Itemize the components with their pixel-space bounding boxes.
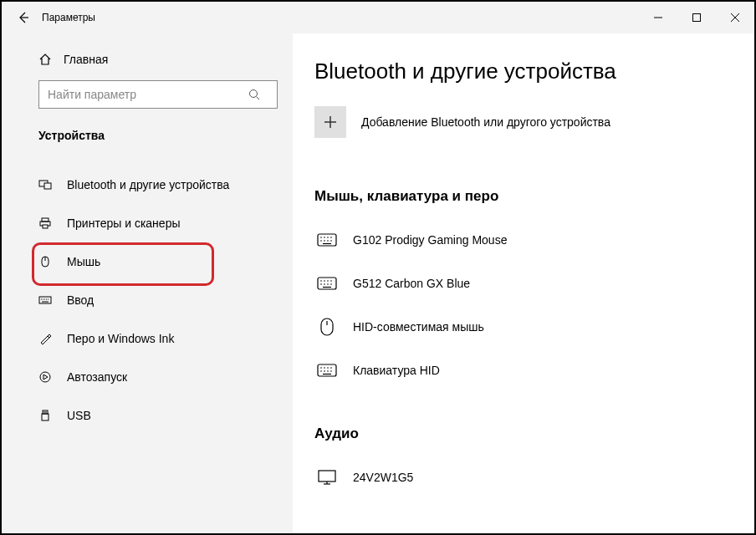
sidebar-item-typing[interactable]: Ввод <box>38 281 278 319</box>
svg-rect-8 <box>42 218 49 222</box>
keyboard-icon <box>314 364 340 377</box>
svg-point-35 <box>330 240 332 242</box>
search-box[interactable] <box>38 80 278 109</box>
autoplay-icon <box>38 370 59 384</box>
sidebar-item-printers[interactable]: Принтеры и сканеры <box>38 204 278 242</box>
svg-point-41 <box>330 280 332 282</box>
device-row[interactable]: Клавиатура HID <box>314 349 733 392</box>
svg-point-39 <box>324 280 325 282</box>
app-title: Параметры <box>42 12 95 23</box>
sidebar: Главная Устройства Bluetooth и другие ус… <box>2 33 293 533</box>
main-content: Bluetooth и другие устройства Добавление… <box>293 33 754 533</box>
home-nav[interactable]: Главная <box>38 38 278 80</box>
keyboard-icon <box>314 233 340 247</box>
mouse-icon <box>38 255 59 268</box>
svg-rect-21 <box>43 410 48 414</box>
svg-point-32 <box>320 240 322 242</box>
printer-icon <box>38 217 59 230</box>
svg-point-31 <box>330 237 332 238</box>
svg-point-30 <box>327 237 329 238</box>
arrow-left-icon <box>17 11 30 24</box>
svg-point-52 <box>327 367 329 369</box>
svg-rect-13 <box>39 297 51 303</box>
window-controls <box>639 2 754 33</box>
svg-point-40 <box>327 280 329 282</box>
sidebar-item-label: Автозапуск <box>67 370 127 384</box>
svg-point-42 <box>320 283 322 285</box>
svg-rect-59 <box>319 471 335 482</box>
svg-point-54 <box>320 370 322 372</box>
device-row[interactable]: HID-совместимая мышь <box>314 305 733 349</box>
svg-point-50 <box>320 367 322 369</box>
svg-rect-1 <box>693 14 701 22</box>
sidebar-item-label: Bluetooth и другие устройства <box>67 178 229 191</box>
device-label: 24V2W1G5 <box>353 471 413 484</box>
close-icon <box>731 13 739 22</box>
page-title: Bluetooth и другие устройства <box>314 59 733 84</box>
svg-point-55 <box>324 370 325 372</box>
minimize-icon <box>654 13 662 22</box>
sidebar-item-label: Мышь <box>67 255 100 268</box>
search-icon <box>248 89 277 100</box>
svg-rect-10 <box>43 225 48 228</box>
sidebar-item-pen[interactable]: Перо и Windows Ink <box>38 319 278 358</box>
svg-point-34 <box>327 240 329 242</box>
maximize-icon <box>692 13 701 22</box>
sidebar-item-usb[interactable]: USB <box>38 396 278 435</box>
device-label: G102 Prodigy Gaming Mouse <box>353 233 507 247</box>
section-label: Устройства <box>38 129 278 142</box>
add-device-button[interactable]: Добавление Bluetooth или другого устройс… <box>314 106 733 138</box>
usb-icon <box>38 409 59 422</box>
group-heading-input: Мышь, клавиатура и перо <box>314 188 733 205</box>
sidebar-item-label: Перо и Windows Ink <box>67 332 174 345</box>
minimize-button[interactable] <box>639 2 677 33</box>
svg-point-38 <box>320 280 322 282</box>
home-icon <box>38 53 59 66</box>
plus-icon <box>314 106 346 138</box>
pen-icon <box>38 332 59 345</box>
svg-point-57 <box>330 370 332 372</box>
svg-point-29 <box>324 237 325 238</box>
home-label: Главная <box>64 53 108 66</box>
device-label: G512 Carbon GX Blue <box>353 277 470 290</box>
device-row[interactable]: G512 Carbon GX Blue <box>314 262 733 305</box>
device-row[interactable]: 24V2W1G5 <box>314 456 733 499</box>
bluetooth-device-icon <box>38 178 59 191</box>
mouse-icon <box>314 317 340 337</box>
svg-point-43 <box>324 283 325 285</box>
group-heading-audio: Аудио <box>314 425 733 442</box>
sidebar-item-label: USB <box>67 409 91 422</box>
device-row[interactable]: G102 Prodigy Gaming Mouse <box>314 218 733 262</box>
svg-rect-7 <box>44 183 51 189</box>
search-input[interactable] <box>39 88 248 101</box>
svg-point-28 <box>320 237 322 238</box>
device-label: Клавиатура HID <box>353 364 440 377</box>
svg-point-51 <box>324 367 325 369</box>
maximize-button[interactable] <box>677 2 716 33</box>
back-button[interactable] <box>10 2 37 33</box>
svg-point-44 <box>327 283 329 285</box>
sidebar-item-mouse[interactable]: Мышь <box>38 242 278 281</box>
window-titlebar: Параметры <box>2 2 754 33</box>
sidebar-item-bluetooth[interactable]: Bluetooth и другие устройства <box>38 166 278 204</box>
svg-rect-22 <box>42 414 49 420</box>
add-device-label: Добавление Bluetooth или другого устройс… <box>361 115 610 129</box>
sidebar-item-label: Ввод <box>67 293 94 307</box>
svg-line-5 <box>257 97 260 100</box>
svg-point-33 <box>324 240 325 242</box>
close-button[interactable] <box>716 2 754 33</box>
svg-point-20 <box>40 372 50 382</box>
device-label: HID-совместимая мышь <box>353 320 484 334</box>
keyboard-icon <box>38 293 59 307</box>
svg-point-56 <box>327 370 329 372</box>
sidebar-item-label: Принтеры и сканеры <box>67 217 180 230</box>
monitor-icon <box>314 469 340 486</box>
sidebar-item-autoplay[interactable]: Автозапуск <box>38 358 278 396</box>
svg-point-45 <box>330 283 332 285</box>
svg-point-4 <box>250 90 258 98</box>
svg-point-53 <box>330 367 332 369</box>
keyboard-icon <box>314 277 340 290</box>
